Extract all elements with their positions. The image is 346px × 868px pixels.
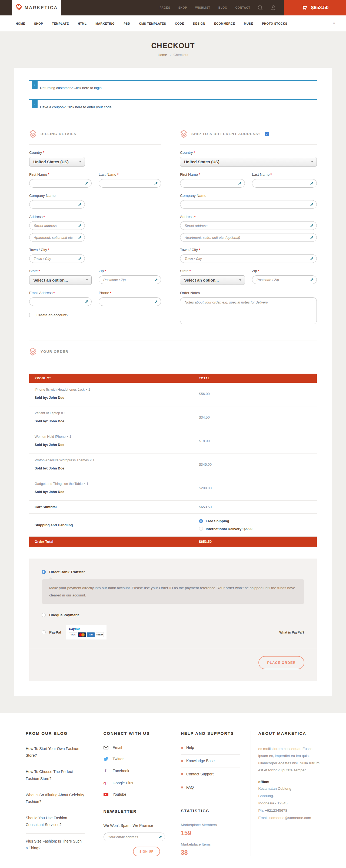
faq-link[interactable]: FAQ — [181, 781, 240, 794]
blog-link[interactable]: What is So Alluring About Celebrity Fash… — [26, 787, 84, 810]
shipping-first-name-input[interactable] — [180, 179, 245, 188]
billing-country-select[interactable]: United States (US) — [29, 157, 85, 166]
billing-company-input[interactable] — [29, 200, 85, 209]
footer-blog-column: FROM OUR BLOG How To Start Your Own Fash… — [18, 731, 96, 856]
direct-bank-transfer-label: Direct Bank Transfer — [49, 570, 85, 574]
help-link[interactable]: Help — [181, 745, 240, 754]
newsletter-title: NEWSLETTER — [104, 809, 166, 813]
phone-label: Phone* — [99, 291, 161, 295]
menu-marketing[interactable]: MARKETING — [96, 22, 115, 25]
blog-link[interactable]: Should You Use Fashion Consultant Servic… — [26, 810, 84, 833]
billing-email-input[interactable] — [29, 297, 92, 306]
menu-design[interactable]: DESIGN — [193, 22, 205, 25]
shipping-last-name-input[interactable] — [252, 179, 317, 188]
cheque-payment-label: Cheque Payment — [49, 613, 79, 617]
blog-link[interactable]: How To Start Your Own Fashion Store? — [26, 745, 84, 764]
menu-ecommerce[interactable]: ECOMMERCE — [214, 22, 235, 25]
discover-card-icon: DISCVER — [96, 632, 104, 637]
contact-support-link[interactable]: Contact Support — [181, 768, 240, 781]
search-icon[interactable] — [257, 0, 263, 16]
shipping-address2-input[interactable] — [180, 233, 317, 242]
menu-psd[interactable]: PSD — [124, 22, 130, 25]
bullet-icon — [181, 760, 183, 762]
breadcrumb-home[interactable]: Home — [158, 53, 167, 57]
twitter-icon — [104, 757, 108, 761]
bullet-icon — [181, 747, 183, 749]
stat-label: Marketplace Members — [181, 823, 243, 827]
dashlane-icon — [78, 235, 82, 240]
menu-photo-stocks[interactable]: PHOTO STOCKS — [262, 22, 287, 25]
paypal-radio[interactable] — [42, 630, 46, 634]
email-link[interactable]: Email — [104, 745, 166, 750]
google-plus-link[interactable]: g+ Google Plus — [104, 780, 166, 785]
youtube-link[interactable]: Youtube — [104, 792, 166, 797]
last-name-label: Last Name* — [99, 173, 161, 177]
shipping-town-input[interactable] — [180, 254, 317, 263]
blog-link[interactable]: Plus Size Fashion: Is There Such a Thing… — [26, 834, 84, 856]
top-nav-blog[interactable]: BLOG — [218, 6, 227, 9]
stat-value: 159 — [181, 830, 243, 837]
info-icon: i — [32, 81, 38, 89]
top-nav-contact[interactable]: CONTACT — [236, 6, 250, 9]
menu-template[interactable]: TEMPLATE — [52, 22, 69, 25]
twitter-link[interactable]: Twitter — [104, 757, 166, 761]
facebook-link[interactable]: f Facebook — [104, 768, 166, 774]
menu-cms-templates[interactable]: CMS TEMPLATES — [139, 22, 166, 25]
login-link[interactable]: Click here to login — [73, 86, 101, 90]
knowledge-base-link[interactable]: Knowladge Base — [181, 754, 240, 768]
billing-address2-input[interactable] — [29, 233, 85, 242]
billing-state-select[interactable]: Select an option... — [29, 275, 92, 285]
dashlane-icon — [310, 278, 314, 282]
billing-zip-input[interactable] — [99, 275, 161, 284]
double-chevron-down-icon[interactable]: » — [332, 23, 336, 24]
billing-last-name-input[interactable] — [99, 179, 161, 188]
newsletter-email-input[interactable] — [104, 833, 165, 841]
direct-bank-transfer-radio[interactable] — [42, 570, 46, 574]
billing-first-name-input[interactable] — [29, 179, 92, 188]
sign-up-button[interactable]: SIGN UP — [133, 847, 160, 856]
billing-phone-input[interactable] — [99, 297, 161, 306]
dashlane-icon — [154, 278, 159, 282]
stat-label: Marketplace Items — [181, 842, 243, 846]
shipping-country-select[interactable]: United States (US) — [180, 157, 317, 166]
top-nav-shop[interactable]: SHOP — [178, 6, 187, 9]
shipping-state-select[interactable]: Select an option... — [180, 275, 245, 285]
top-nav-wishlist[interactable]: WISHLIST — [195, 6, 210, 9]
paypal-cards-image: PayPal VISA AMEX DISCVER — [66, 625, 106, 640]
place-order-button[interactable]: PLACE ORDER — [258, 656, 304, 669]
coupon-link[interactable]: Click here to enter your code — [67, 105, 111, 109]
cart-button[interactable]: $653.50 — [284, 0, 346, 16]
order-notes-textarea[interactable] — [180, 297, 317, 324]
about-column-title: ABOUT MARKETICA — [258, 731, 321, 736]
shipping-zip-input[interactable] — [252, 275, 317, 284]
menu-html[interactable]: HTML — [78, 22, 87, 25]
layers-diamond-icon — [180, 130, 187, 138]
cart-total: $653.50 — [311, 5, 328, 10]
shipping-street-address-input[interactable] — [180, 221, 317, 230]
billing-town-input[interactable] — [29, 254, 85, 263]
free-shipping-radio[interactable] — [199, 519, 203, 523]
menu-home[interactable]: HOME — [16, 22, 25, 25]
ship-different-address-checkbox[interactable]: ✓ — [265, 132, 269, 136]
menu-code[interactable]: CODE — [175, 22, 184, 25]
create-account-checkbox[interactable] — [29, 313, 33, 317]
visa-card-icon: VISA — [69, 632, 77, 637]
shipping-company-input[interactable] — [180, 200, 317, 209]
what-is-paypal-link[interactable]: What is PayPal? — [279, 630, 304, 634]
menu-muse[interactable]: MUSE — [244, 22, 253, 25]
dashlane-icon — [78, 223, 82, 228]
blog-link[interactable]: How To Choose The Perfect Fashion Store? — [26, 764, 84, 787]
cheque-payment-radio[interactable] — [42, 613, 46, 617]
top-nav-pages[interactable]: PAGES — [160, 6, 170, 9]
amex-card-icon: AMEX — [87, 632, 95, 637]
stat-value: 38 — [181, 849, 243, 856]
dashlane-icon — [310, 223, 314, 228]
about-text: ec mollis lorem consequat. Fusce ipsum e… — [258, 745, 321, 774]
international-delivery-radio[interactable] — [199, 527, 203, 531]
menu-shop[interactable]: SHOP — [34, 22, 43, 25]
billing-street-address-input[interactable] — [29, 221, 85, 230]
logo[interactable]: MARKETICA — [12, 0, 61, 16]
user-icon[interactable] — [270, 0, 276, 16]
connect-column-title: CONNECT WITH US — [104, 731, 166, 736]
footer-help-column: HELP AND SUPPORTS Help Knowladge Base Co… — [173, 731, 250, 856]
